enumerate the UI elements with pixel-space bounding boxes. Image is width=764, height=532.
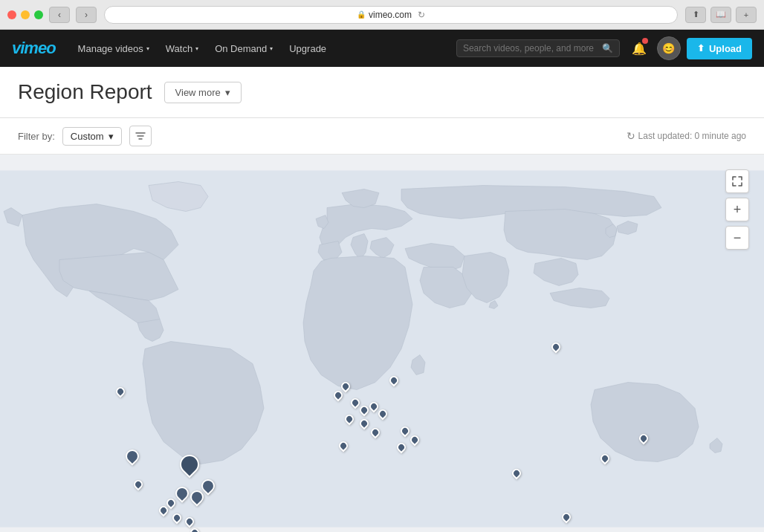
- bookmarks-button[interactable]: 📖: [710, 7, 731, 23]
- map-pin[interactable]: [401, 426, 409, 435]
- map-pin[interactable]: [512, 469, 521, 478]
- map-pin[interactable]: [175, 487, 189, 500]
- map-pin[interactable]: [345, 415, 354, 424]
- upload-button[interactable]: ⬆ Upload: [687, 38, 752, 59]
- new-tab-button[interactable]: +: [736, 7, 757, 23]
- map-pin[interactable]: [389, 376, 398, 385]
- filter-dropdown[interactable]: Custom ▾: [62, 127, 122, 146]
- map-pin[interactable]: [334, 391, 343, 400]
- notifications-button[interactable]: 🔔: [627, 36, 651, 60]
- map-pin[interactable]: [397, 443, 406, 452]
- map-pin[interactable]: [172, 513, 181, 522]
- minimize-window-button[interactable]: [21, 10, 30, 19]
- map-pin[interactable]: [410, 435, 419, 444]
- url-text: vimeo.com: [369, 10, 412, 20]
- search-icon: 🔍: [602, 43, 613, 53]
- map-pin[interactable]: [369, 402, 378, 411]
- chevron-down-icon: ▾: [225, 87, 230, 98]
- window-controls: [7, 10, 43, 19]
- map-pin[interactable]: [551, 343, 560, 351]
- browser-action-buttons: ⬆ 📖 +: [685, 7, 757, 23]
- on-demand-nav[interactable]: On Demand ▾: [207, 39, 280, 59]
- filter-bar: Filter by: Custom ▾ ↻ Last updated: 0 mi…: [0, 118, 764, 155]
- reload-icon[interactable]: ↻: [418, 10, 425, 20]
- map-pin[interactable]: [201, 479, 215, 493]
- page-content: Region Report View more ▾ Filter by: Cus…: [0, 67, 764, 532]
- close-window-button[interactable]: [7, 10, 16, 19]
- filter-label: Filter by:: [18, 131, 55, 142]
- map-pin[interactable]: [341, 382, 350, 391]
- map-pin[interactable]: [126, 450, 139, 463]
- search-bar[interactable]: 🔍: [456, 39, 620, 57]
- share-button[interactable]: ⬆: [685, 7, 706, 23]
- vimeo-logo[interactable]: vimeo: [12, 39, 56, 58]
- map-pin[interactable]: [339, 441, 348, 450]
- map-pin[interactable]: [159, 506, 168, 515]
- chevron-down-icon: ▾: [270, 45, 273, 52]
- fullscreen-icon: [732, 176, 742, 186]
- filter-options-button[interactable]: [129, 126, 152, 146]
- watch-nav[interactable]: Watch ▾: [158, 39, 206, 59]
- page-title: Region Report: [18, 80, 152, 104]
- browser-chrome: ‹ › 🔒 vimeo.com ↻ ⬆ 📖 +: [0, 0, 764, 30]
- map-pin[interactable]: [360, 406, 369, 415]
- map-pin[interactable]: [639, 434, 648, 443]
- upgrade-nav[interactable]: Upgrade: [282, 39, 334, 59]
- page-header: Region Report View more ▾: [0, 67, 764, 118]
- zoom-in-button[interactable]: +: [725, 198, 749, 221]
- view-more-button[interactable]: View more ▾: [164, 82, 242, 103]
- map-pin[interactable]: [351, 398, 360, 407]
- chevron-down-icon: ▾: [146, 45, 149, 52]
- filter-icon: [135, 132, 146, 140]
- back-button[interactable]: ‹: [49, 7, 70, 23]
- map-pin[interactable]: [360, 419, 369, 428]
- maximize-window-button[interactable]: [34, 10, 43, 19]
- upload-icon: ⬆: [697, 43, 705, 53]
- nav-links: Manage videos ▾ Watch ▾ On Demand ▾ Upgr…: [71, 39, 456, 59]
- nav-actions: 🔔 😊 ⬆ Upload: [627, 36, 752, 60]
- world-map: [0, 155, 764, 532]
- map-pin[interactable]: [190, 528, 199, 532]
- navbar: vimeo Manage videos ▾ Watch ▾ On Demand …: [0, 30, 764, 67]
- zoom-out-button[interactable]: −: [725, 226, 749, 250]
- address-bar[interactable]: 🔒 vimeo.com ↻: [104, 6, 678, 24]
- user-avatar-button[interactable]: 😊: [657, 36, 681, 60]
- map-pin[interactable]: [600, 454, 609, 463]
- map-pin[interactable]: [180, 455, 199, 474]
- map-controls: + −: [725, 169, 749, 250]
- map-pin[interactable]: [562, 513, 571, 522]
- map-pin[interactable]: [134, 480, 143, 489]
- chevron-down-icon: ▾: [195, 45, 198, 52]
- lock-icon: 🔒: [357, 10, 366, 19]
- last-updated: ↻ Last updated: 0 minute ago: [627, 130, 746, 142]
- map-pin[interactable]: [116, 387, 125, 396]
- chevron-down-icon: ▾: [109, 131, 114, 142]
- fullscreen-button[interactable]: [725, 169, 749, 193]
- map-pin[interactable]: [378, 409, 387, 418]
- map-pin[interactable]: [185, 517, 194, 526]
- search-input[interactable]: [463, 43, 598, 53]
- manage-videos-nav[interactable]: Manage videos ▾: [71, 39, 157, 59]
- notification-badge: [642, 38, 648, 44]
- forward-button[interactable]: ›: [76, 7, 97, 23]
- map-container[interactable]: + −: [0, 155, 764, 532]
- map-pin[interactable]: [371, 428, 380, 437]
